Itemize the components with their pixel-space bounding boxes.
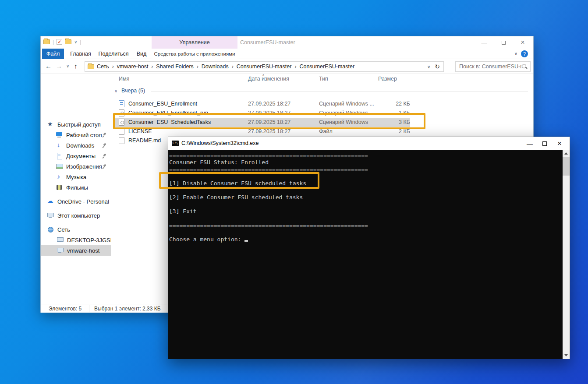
refresh-icon[interactable]: ↻ [435,63,440,70]
cmd-menu-option-1: [1] Disable Consumer ESU scheduled tasks [169,180,563,187]
star-icon [47,121,55,128]
qat-divider: | [53,39,54,45]
column-header-date[interactable]: Дата изменения [248,76,289,82]
sidebar-item-network[interactable]: Сеть [41,224,111,235]
status-divider [89,305,89,312]
pin-icon [102,143,106,148]
picture-icon [56,163,64,170]
file-row-license[interactable]: LICENSE 27.09.2025 18:27 Файл 2 КБ [111,127,533,136]
scrollbar-thumb[interactable] [563,157,570,176]
tab-file[interactable]: Файл [42,49,64,59]
cmd-minimize-button[interactable]: — [522,137,537,150]
qat-dropdown-icon[interactable]: ∨ [74,40,77,44]
cmd-output[interactable]: ========================================… [168,150,563,359]
file-row-consumer-esu-enrollment[interactable]: Consumer_ESU_Enrollment 27.09.2025 18:27… [111,99,533,109]
group-label: Вчера (5) [121,88,145,94]
network-icon [47,226,55,233]
file-icon [119,128,124,135]
tab-app-tools[interactable]: Средства работы с приложениями [152,49,237,59]
script-file-icon [119,119,124,126]
chevron-down-icon[interactable]: ∨ [114,88,117,93]
column-header-type[interactable]: Тип [319,76,328,82]
sidebar-item-desktop-3jgsmq1[interactable]: DESKTOP-3JGSMQ1 [41,235,111,245]
tab-home[interactable]: Главная [67,49,94,59]
breadcrumb-separator-icon: › [232,63,234,70]
pin-icon [102,133,106,137]
tab-view[interactable]: Вид [133,49,150,59]
cmd-blank-line [169,187,563,194]
breadcrumb-item[interactable]: Сеть [97,63,109,70]
cmd-close-button[interactable]: × [552,137,567,150]
column-header-name[interactable]: Имя [119,76,129,82]
history-dropdown-icon[interactable]: ∨ [66,63,69,68]
ribbon-collapse-icon[interactable]: ∨ [514,51,517,56]
cmd-separator-line: ========================================… [169,152,563,159]
sidebar-item-onedrive[interactable]: OneDrive - Personal [41,196,111,207]
search-input[interactable]: Поиск в: ConsumerESU-master [455,61,531,72]
search-placeholder: Поиск в: ConsumerESU-master [456,63,521,70]
cmd-titlebar[interactable]: C:\ C:\Windows\System32\cmd.exe — × [168,137,570,150]
cmd-blank-line [169,173,563,180]
sidebar-item-pictures[interactable]: Изображения [41,161,111,172]
cmd-blank-line [169,201,563,208]
search-icon[interactable] [521,63,528,70]
breadcrumb-item[interactable]: ConsumerESU-master [299,63,354,70]
document-icon [56,152,64,159]
qat-check-icon[interactable]: ✓ [57,39,62,45]
sidebar-item-desktop[interactable]: Рабочий стол [41,130,111,140]
column-header-size[interactable]: Размер [378,76,397,82]
address-bar[interactable]: Сеть › vmware-host › Shared Folders › Do… [85,61,444,72]
sidebar-item-quick-access[interactable]: Быстрый доступ [41,119,111,130]
sidebar-item-movies[interactable]: Фильмы [41,182,111,193]
breadcrumb-separator-icon: › [112,63,114,70]
download-icon [56,142,64,149]
group-header-yesterday[interactable]: ∨ Вчера (5) [111,87,533,96]
qat-folder-icon[interactable] [65,39,71,44]
app-folder-icon [43,39,50,44]
navigation-pane: Быстрый доступ Рабочий стол Downloads До… [41,74,111,304]
breadcrumb-item[interactable]: Downloads [202,63,229,70]
back-button[interactable]: ← [45,62,52,70]
pin-icon [102,154,106,159]
music-icon [56,173,64,180]
computer-icon [57,236,64,243]
sidebar-item-downloads[interactable]: Downloads [41,140,111,151]
breadcrumb-item[interactable]: vmware-host [117,63,149,70]
file-row-consumer-esu-enrollment-run[interactable]: Consumer_ESU_Enrollment_run 27.09.2025 1… [111,109,533,118]
sidebar-item-this-pc[interactable]: Этот компьютер [41,210,111,221]
explorer-maximize-button[interactable] [494,36,513,49]
cmd-maximize-button[interactable] [537,137,552,150]
up-button[interactable]: ↑ [74,62,78,70]
cmd-menu-option-2: [2] Enable Consumer ESU scheduled tasks [169,194,563,201]
explorer-titlebar[interactable]: | ✓ ∨ | Управление ConsumerESU-master — … [41,36,533,49]
cmd-status-line: Consumer ESU Status: Enrolled [169,159,563,166]
address-folder-icon [88,64,94,69]
file-icon [119,137,124,144]
breadcrumb-item[interactable]: ConsumerESU-master [237,63,292,70]
breadcrumb-item[interactable]: Shared Folders [156,63,193,70]
explorer-close-button[interactable]: × [513,36,532,49]
sidebar-item-documents[interactable]: Документы [41,151,111,161]
explorer-window-title: ConsumerESU-master [240,39,295,46]
help-button[interactable]: ? [521,50,528,57]
address-bar-row: ← → ∨ ↑ Сеть › vmware-host › Shared Fold… [41,59,533,74]
status-items-count: Элементов: 5 [49,306,81,312]
forward-button[interactable]: → [56,62,62,70]
tab-share[interactable]: Поделиться [98,49,129,59]
explorer-minimize-button[interactable]: — [475,36,494,49]
cmd-blank-line [169,229,563,236]
file-row-consumer-esu-scheduledtasks[interactable]: Consumer_ESU_ScheduledTasks 27.09.2025 1… [111,118,533,127]
cmd-menu-option-3: [3] Exit [169,208,563,215]
sidebar-item-music[interactable]: Музыка [41,172,111,182]
breadcrumb: Сеть › vmware-host › Shared Folders › Do… [94,63,427,70]
quick-access-toolbar: | ✓ ∨ | [43,39,81,45]
address-dropdown-icon[interactable]: ∨ [427,64,430,69]
sidebar-item-vmware-host[interactable]: vmware-host [41,245,111,256]
cmd-scrollbar[interactable] [563,150,570,359]
desktop: | ✓ ∨ | Управление ConsumerESU-master — … [0,0,588,384]
scroll-down-icon[interactable] [564,354,568,356]
scroll-up-icon[interactable] [564,152,568,155]
cmd-prompt-line[interactable]: Choose a menu option: [169,236,563,243]
contextual-tab-manage[interactable]: Управление [152,36,237,49]
breadcrumb-separator-icon: › [197,63,198,70]
